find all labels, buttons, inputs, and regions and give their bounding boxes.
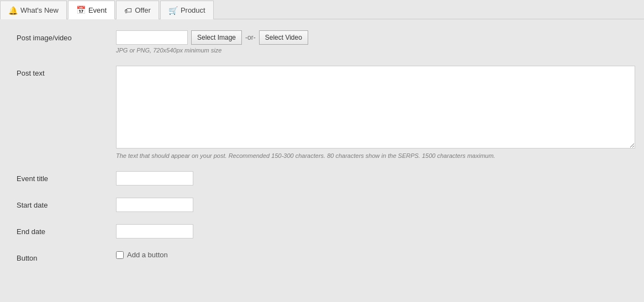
post-text-field: The text that should appear on your post… <box>116 66 635 159</box>
tab-whats-new-label: What's New <box>20 6 59 14</box>
event-title-label: Event title <box>17 171 116 183</box>
tab-product[interactable]: 🛒 Product <box>160 1 214 19</box>
button-label: Button <box>17 251 116 262</box>
offer-icon: 🏷 <box>124 6 132 15</box>
post-text-label: Post text <box>17 66 116 77</box>
tab-whats-new[interactable]: 🔔 What's New <box>0 1 67 19</box>
whats-new-icon: 🔔 <box>8 6 18 15</box>
tab-event-label: Event <box>88 6 107 14</box>
end-date-field <box>116 224 627 239</box>
start-date-field <box>116 198 627 212</box>
add-button-checkbox-row: Add a button <box>116 251 627 259</box>
or-separator: -or- <box>245 34 256 41</box>
add-button-checkbox[interactable] <box>116 251 124 259</box>
tab-event[interactable]: 📅 Event <box>68 1 115 19</box>
event-title-row: Event title <box>17 171 627 186</box>
end-date-label: End date <box>17 224 116 236</box>
start-date-label: Start date <box>17 198 116 209</box>
add-button-checkbox-label[interactable]: Add a button <box>127 251 168 259</box>
post-text-row: Post text The text that should appear on… <box>17 66 627 159</box>
event-title-input[interactable] <box>116 171 193 186</box>
end-date-row: End date <box>17 224 627 239</box>
select-video-button[interactable]: Select Video <box>259 30 308 45</box>
post-image-row: Post image/video Select Image -or- Selec… <box>17 30 627 54</box>
end-date-input[interactable] <box>116 224 193 239</box>
event-icon: 📅 <box>76 6 86 14</box>
post-image-label: Post image/video <box>17 30 116 42</box>
tab-bar: 🔔 What's New 📅 Event 🏷 Offer 🛒 Product <box>0 0 644 19</box>
post-text-textarea[interactable] <box>116 66 635 149</box>
tab-offer-label: Offer <box>135 6 151 14</box>
select-image-button[interactable]: Select Image <box>191 30 242 45</box>
tab-product-label: Product <box>181 6 205 14</box>
post-image-field: Select Image -or- Select Video JPG or PN… <box>116 30 627 54</box>
event-title-field <box>116 171 627 186</box>
start-date-row: Start date <box>17 198 627 212</box>
start-date-input[interactable] <box>116 198 193 212</box>
image-url-input[interactable] <box>116 30 188 45</box>
product-icon: 🛒 <box>168 6 178 15</box>
tab-offer[interactable]: 🏷 Offer <box>116 1 159 19</box>
button-row: Button Add a button <box>17 251 627 262</box>
button-field: Add a button <box>116 251 627 259</box>
form-content: Post image/video Select Image -or- Selec… <box>0 19 644 285</box>
image-hint: JPG or PNG, 720x540px minimum size <box>116 47 627 54</box>
post-text-hint: The text that should appear on your post… <box>116 152 635 159</box>
image-controls: Select Image -or- Select Video <box>116 30 627 45</box>
